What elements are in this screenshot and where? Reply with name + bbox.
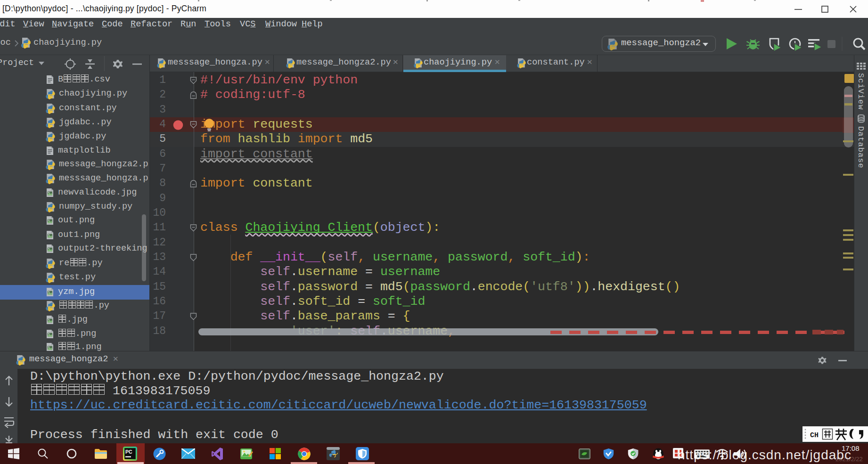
svg-text:PC: PC (125, 449, 132, 455)
svg-text:CH: CH (810, 431, 819, 440)
